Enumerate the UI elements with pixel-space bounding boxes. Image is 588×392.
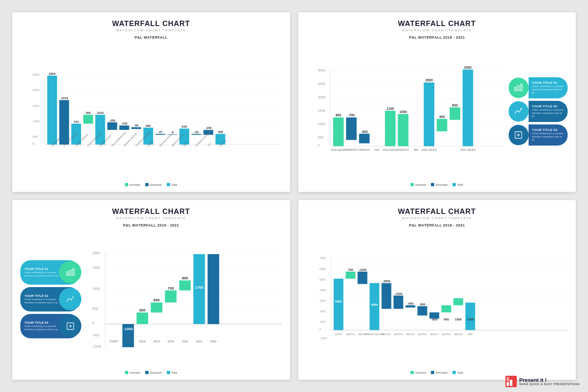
info-card-1-text: YOUR TITLE 01 Green marketing is a pract… [529,77,568,98]
svg-rect-91 [462,70,473,146]
slide2-legend-decrease-dot [431,183,434,186]
slide2-info-cards: YOUR TITLE 01 Green marketing is a pract… [509,42,568,181]
slide4-subtitle: WATERFLOW CHART TEMPLATE [306,216,568,220]
legend-decrease: Decrease [145,183,162,186]
slide3-legend-total: Total [167,371,177,374]
svg-text:1000: 1000 [92,287,100,291]
svg-text:0: 0 [318,144,320,147]
svg-text:-1000: -1000 [319,337,327,340]
info-card-3-desc: Green marketing is a practice whereby co… [532,132,564,142]
svg-text:500: 500 [139,308,145,312]
svg-rect-15 [59,100,69,144]
svg-text:5000: 5000 [319,278,326,281]
svg-text:1100: 1100 [386,107,394,111]
svg-rect-37 [191,134,201,135]
svg-text:DELTA 8: DELTA 8 [442,333,450,335]
svg-text:2000: 2000 [319,310,326,313]
info-card-2-desc: Green marketing is a practice whereby co… [532,109,564,118]
svg-text:MIX: MIX [375,148,380,151]
slide2-legend: Increase Decrease Total [306,183,568,186]
svg-text:1500: 1500 [92,266,100,270]
svg-rect-170 [345,272,355,279]
svg-text:-1200: -1200 [358,268,366,272]
info-card-3: YOUR TITLE 03 Green marketing is a pract… [509,124,568,146]
svg-text:2300: 2300 [49,72,56,76]
info-card-1: YOUR TITLE 01 Green marketing is a pract… [509,77,568,98]
svg-text:-6: -6 [171,131,174,134]
svg-text:1024: 1024 [97,111,104,115]
slides-grid: WATERFALL CHART WATERFLOW CHART TEMPLATE… [0,0,588,392]
svg-text:1500: 1500 [33,104,39,108]
svg-text:DELTA 9: DELTA 9 [454,333,462,335]
svg-text:MIDDLE COLUMN: MIDDLE COLUMN [365,333,384,335]
slide3-legend: Increase Decrease Total [20,371,282,374]
svg-text:START: START [109,340,119,343]
svg-rect-205 [507,382,509,386]
svg-text:-000: -000 [407,302,413,305]
svg-text:2000: 2000 [33,88,39,92]
svg-rect-206 [510,380,512,386]
svg-text:0: 0 [33,142,34,146]
info-card-3-text: YOUR TITLE 03 Green marketing is a pract… [529,124,568,146]
svg-text:5000: 5000 [335,300,342,303]
slide2-title: WATERFALL CHART [306,20,568,28]
slide3-card2-icon [59,288,81,310]
slide2-legend-total-dot [452,183,456,186]
svg-rect-75 [346,118,356,140]
slide3-svg: 2000 1500 1000 500 0 -500 -1500 [92,230,282,368]
svg-rect-13 [47,76,57,145]
svg-text:2019: 2019 [168,340,174,343]
slide3-left-cards: YOUR TITLE 01 Green marketing is a pract… [20,230,79,368]
info-card-3-title: YOUR TITLE 03 [532,128,564,132]
info-card-1-desc: Green marketing is a practice whereby co… [532,85,564,94]
brand-tagline: MaKE QuICK & EaSY PRESENTATIONS [519,383,580,385]
slide3-card3-title: YOUR TITLE 03 [24,321,63,324]
slide2-legend-decrease-label: Decrease [435,183,448,186]
svg-text:6000: 6000 [319,268,326,271]
svg-text:-23: -23 [194,130,199,134]
svg-text:4500: 4500 [371,303,378,307]
svg-rect-172 [357,272,367,284]
svg-text:-600: -600 [431,318,437,321]
svg-text:1500: 1500 [318,109,326,113]
slide2-legend-increase: Increase [411,183,426,186]
slide3-legend-total-label: Total [171,371,177,374]
slide3-card2-title: YOUR TITLE 02 [24,294,63,298]
slide3-legend-increase-label: Increase [129,371,140,374]
svg-text:0: 0 [319,328,321,331]
slide3-chart-area: 2000 1500 1000 500 0 -500 -1500 [83,230,282,368]
svg-rect-131 [137,312,148,324]
svg-rect-137 [179,281,190,291]
svg-text:1000: 1000 [33,120,39,123]
svg-rect-85 [424,83,434,146]
svg-text:END: END [468,333,472,335]
slide4-header: WATERFALL CHART WATERFLOW CHART TEMPLATE [306,207,568,220]
svg-text:500: 500 [33,135,38,139]
slide3-title: WATERFALL CHART [20,207,282,216]
svg-text:-700: -700 [348,113,355,117]
svg-text:REBATES: REBATES [345,148,357,151]
svg-text:-1500: -1500 [92,344,101,348]
svg-rect-133 [151,303,162,313]
slide3-card1-icon [59,261,81,283]
svg-text:DELTA 7: DELTA 7 [430,333,438,335]
slide3-left-card-1: YOUR TITLE 01 Green marketing is a pract… [20,260,79,285]
svg-text:1000: 1000 [318,122,326,126]
svg-text:2500: 2500 [318,82,326,86]
svg-text:DELTA 6: DELTA 6 [418,333,426,335]
brand-logo-icon [505,376,517,387]
svg-rect-103 [518,85,519,91]
svg-rect-23 [107,122,117,130]
svg-rect-25 [119,126,129,130]
svg-text:-27: -27 [158,130,162,134]
svg-rect-82 [398,114,408,146]
legend-increase-label: Increase [129,183,140,186]
brand-name-text: Present [519,377,540,383]
slide2-legend-decrease: Decrease [431,183,448,186]
svg-text:END: END [210,340,216,343]
svg-rect-77 [359,134,369,144]
svg-rect-104 [521,84,522,91]
svg-rect-141 [208,254,219,324]
svg-text:DELTA 1: DELTA 1 [346,333,354,335]
svg-rect-207 [507,377,509,381]
